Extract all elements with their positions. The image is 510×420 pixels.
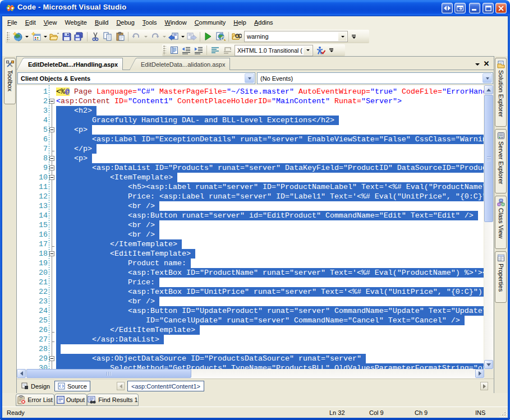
horizontal-scrollbar[interactable] (17, 369, 484, 379)
scroll-left-icon[interactable] (17, 369, 26, 378)
menu-item-debug[interactable]: Debug (112, 17, 138, 28)
toolbar-overflow-icon[interactable] (351, 33, 357, 40)
find-results-label: Find Results 1 (98, 396, 137, 403)
fold-collapse-icon[interactable] (49, 356, 54, 361)
find-results-tab[interactable]: Find Results 1 (87, 394, 139, 406)
navigate-forward-icon[interactable] (186, 31, 198, 43)
line-number: 19 (17, 259, 48, 268)
scroll-right-icon[interactable] (475, 369, 484, 378)
document-tab-active[interactable]: EditDeleteDat...rHandling.aspx (27, 58, 123, 70)
menu-item-help[interactable]: Help (229, 17, 250, 28)
toolbar-overflow-icon[interactable] (328, 47, 334, 54)
cut-icon[interactable] (89, 31, 102, 43)
undo-icon[interactable] (130, 31, 143, 43)
save-icon[interactable] (61, 31, 73, 43)
open-file-icon[interactable] (48, 31, 61, 43)
object-combo[interactable]: Client Objects & Events (17, 72, 255, 84)
source-view-button[interactable]: Source (54, 381, 90, 391)
fold-collapse-icon[interactable] (49, 99, 54, 104)
resize-grip[interactable] (499, 409, 507, 417)
start-debug-icon[interactable] (202, 31, 214, 43)
schema-combo-dropdown[interactable] (304, 46, 312, 55)
menu-item-file[interactable]: File (3, 17, 21, 28)
line-number: 22 (17, 287, 48, 297)
check-accessibility-icon[interactable] (314, 45, 327, 56)
menu-item-window[interactable]: Window (161, 17, 191, 28)
output-tab[interactable]: Output (54, 394, 87, 406)
code-editor[interactable]: 1<%@ Page Language="C#" MasterPageFile="… (17, 85, 484, 369)
copy-icon[interactable] (102, 31, 114, 43)
event-combo-dropdown[interactable] (483, 73, 492, 83)
fold-collapse-icon[interactable] (49, 251, 54, 256)
find-in-files-icon[interactable] (231, 31, 243, 43)
menu-item-view[interactable]: View (40, 17, 61, 28)
save-all-icon[interactable] (73, 31, 85, 43)
menu-item-website[interactable]: Website (61, 17, 91, 28)
find-combo[interactable]: warning (244, 31, 348, 42)
close-document-icon[interactable]: ✕ (483, 59, 490, 67)
view-in-browser-icon[interactable] (214, 31, 227, 43)
undo-dropdown[interactable] (143, 31, 149, 43)
decrease-indent-icon[interactable] (180, 45, 192, 56)
menu-item-addins[interactable]: Addins (250, 17, 277, 28)
pan-left-right-button[interactable] (442, 3, 453, 13)
toolbar-grip-handle[interactable] (163, 45, 166, 55)
menu-item-community[interactable]: Community (191, 17, 230, 28)
add-new-item-dropdown[interactable] (42, 31, 48, 43)
redo-icon[interactable] (149, 31, 161, 43)
tab-solution-explorer[interactable]: Solution Explorer (495, 58, 507, 127)
tab-server-explorer[interactable]: Server Explorer (495, 129, 507, 193)
error-list-tab[interactable]: Error List (16, 394, 54, 406)
document-tab-inactive[interactable]: EditDeleteData...alidation.aspx (140, 58, 230, 70)
code-text: <asp:TextBox ID="ProductName" runat="ser… (56, 268, 484, 278)
menu-item-tools[interactable]: Tools (139, 17, 161, 28)
find-combo-dropdown[interactable] (338, 32, 347, 41)
schema-combo[interactable]: XHTML 1.0 Transitional ( (235, 45, 313, 56)
object-combo-dropdown[interactable] (245, 73, 254, 83)
horizontal-scrollbar-thumb[interactable] (26, 369, 191, 378)
fold-collapse-icon[interactable] (49, 127, 54, 132)
navigate-backward-dropdown[interactable] (180, 31, 186, 43)
increase-indent-icon[interactable] (192, 45, 205, 56)
toolbar-separator (206, 45, 207, 55)
maximize-button[interactable] (483, 3, 494, 13)
new-website-icon[interactable] (11, 31, 24, 43)
active-files-dropdown-icon[interactable] (474, 61, 481, 68)
detach-window-button[interactable] (454, 3, 466, 13)
comment-selection-icon[interactable] (209, 45, 221, 56)
scroll-down-icon[interactable] (484, 360, 493, 369)
scroll-up-icon[interactable] (484, 85, 493, 94)
toolbox-tab[interactable]: Toolbox (4, 58, 16, 104)
vertical-scrollbar-thumb[interactable] (484, 95, 493, 222)
code-line-2: 2<asp:Content ID="Content1" ContentPlace… (17, 96, 484, 106)
design-view-button[interactable]: Design (19, 381, 53, 391)
vertical-scrollbar[interactable] (484, 85, 493, 369)
chevron-right-icon (479, 371, 481, 376)
left-tool-strip: Toolbox (2, 56, 16, 393)
format-document-icon[interactable] (168, 45, 180, 56)
tag-navigator-chip[interactable]: <asp:Content#Content1> (127, 381, 204, 391)
fold-collapse-icon[interactable] (49, 175, 54, 180)
uncomment-selection-icon[interactable] (221, 45, 233, 56)
tag-navigator-right-icon[interactable] (480, 382, 488, 390)
add-new-item-icon[interactable] (30, 31, 42, 43)
toolbar-grip-handle[interactable] (7, 32, 10, 41)
tag-navigator-left-icon[interactable] (117, 382, 125, 390)
menu-item-build[interactable]: Build (91, 17, 112, 28)
window-border-left (0, 16, 2, 420)
fold-collapse-icon[interactable] (49, 165, 54, 170)
code-line-20: 20 <asp:TextBox ID="ProductName" runat="… (17, 268, 484, 278)
redo-dropdown[interactable] (161, 31, 167, 43)
line-number: 18 (17, 249, 48, 259)
tab-properties[interactable]: Properties (495, 251, 507, 303)
event-combo[interactable]: (No Events) (257, 72, 493, 84)
fold-collapse-icon[interactable] (49, 156, 54, 161)
menu-item-edit[interactable]: Edit (21, 17, 40, 28)
line-number: 12 (17, 192, 48, 201)
minimize-button[interactable] (469, 3, 480, 13)
close-button[interactable] (495, 3, 507, 13)
paste-icon[interactable] (114, 31, 126, 43)
navigate-backward-icon[interactable] (167, 31, 180, 43)
tab-class-view[interactable]: Class View (495, 196, 507, 249)
new-website-dropdown[interactable] (24, 31, 30, 43)
